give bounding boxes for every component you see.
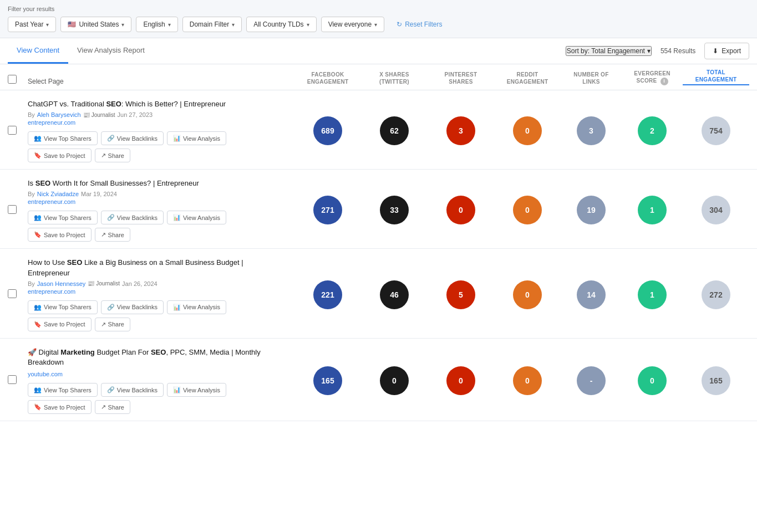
metric-xshares-circle: 62 bbox=[380, 116, 409, 145]
article-title: Is SEO Worth It for Small Businesses? | … bbox=[28, 178, 286, 188]
action-view-analysis-button[interactable]: 📊 View Analysis bbox=[167, 131, 226, 145]
filter-tld[interactable]: All Country TLDs ▾ bbox=[246, 17, 316, 32]
article-domain: entrepreneur.com bbox=[28, 288, 286, 295]
filter-domain-label: Domain Filter bbox=[190, 21, 229, 28]
metric-facebook-circle: 271 bbox=[313, 196, 342, 224]
article-info: Is SEO Worth It for Small Businesses? | … bbox=[28, 178, 294, 242]
filter-time[interactable]: Past Year ▾ bbox=[8, 17, 56, 32]
filter-audience[interactable]: View everyone ▾ bbox=[321, 17, 385, 32]
action-share-button[interactable]: ↗ Share bbox=[95, 318, 130, 331]
metric-reddit-circle: 0 bbox=[513, 366, 542, 395]
action-buttons: 👥 View Top Sharers🔗 View Backlinks📊 View… bbox=[28, 300, 286, 331]
select-all-checkbox[interactable] bbox=[8, 75, 17, 84]
action-view-analysis-button[interactable]: 📊 View Analysis bbox=[167, 300, 226, 314]
export-button[interactable]: ⬇ Export bbox=[704, 43, 749, 59]
main-tabs: View Content View Analysis Report bbox=[8, 38, 154, 64]
action-view-backlinks-button[interactable]: 🔗 View Backlinks bbox=[101, 211, 164, 224]
filter-language[interactable]: English ▾ bbox=[136, 17, 177, 32]
action-save-to-project-button[interactable]: 🔖 Save to Project bbox=[28, 318, 92, 331]
col-header-evergreen: EVERGREENSCORE i bbox=[622, 70, 683, 85]
author-link[interactable]: Jason Hennessey bbox=[37, 280, 85, 287]
action-view-top-sharers-button[interactable]: 👥 View Top Sharers bbox=[28, 211, 98, 224]
metric-reddit-cell: 0 bbox=[494, 280, 561, 309]
export-label: Export bbox=[722, 47, 741, 55]
refresh-icon: ↻ bbox=[397, 21, 402, 28]
metric-xshares-cell: 46 bbox=[361, 280, 428, 309]
metric-links-cell: - bbox=[561, 366, 622, 395]
col-header-reddit: REDDITENGAGEMENT bbox=[494, 71, 561, 85]
article-info: ChatGPT vs. Traditional SEO: Which is Be… bbox=[28, 99, 294, 162]
metric-pinterest-cell: 0 bbox=[428, 196, 494, 224]
action-save-to-project-button[interactable]: 🔖 Save to Project bbox=[28, 149, 92, 162]
table-row: How to Use SEO Like a Big Business on a … bbox=[0, 249, 757, 338]
filter-country[interactable]: 🇺🇸 United States ▾ bbox=[60, 17, 131, 32]
author-link[interactable]: Nick Zviadadze bbox=[37, 191, 79, 197]
action-view-analysis-button[interactable]: 📊 View Analysis bbox=[167, 383, 226, 397]
tab-view-content[interactable]: View Content bbox=[8, 38, 68, 64]
article-meta: By Aleh Barysevich 📰 Journalist Jun 27, … bbox=[28, 111, 286, 118]
article-domain: entrepreneur.com bbox=[28, 119, 286, 126]
chevron-down-icon: ▾ bbox=[307, 22, 309, 28]
share-icon: ↗ bbox=[101, 152, 106, 159]
metric-evergreen-circle: 1 bbox=[638, 196, 667, 224]
view-top-sharers-icon: 👥 bbox=[34, 304, 42, 311]
metric-facebook-cell: 165 bbox=[294, 366, 361, 395]
view-top-sharers-icon: 👥 bbox=[34, 386, 42, 393]
article-date: Mar 19, 2024 bbox=[81, 191, 117, 197]
col-header-xshares: X SHARES(TWITTER) bbox=[361, 71, 428, 85]
article-link[interactable]: 🚀 Digital Marketing Budget Plan For SEO,… bbox=[28, 348, 261, 366]
metric-xshares-circle: 33 bbox=[380, 196, 409, 224]
action-save-to-project-button[interactable]: 🔖 Save to Project bbox=[28, 400, 92, 414]
tab-view-analysis[interactable]: View Analysis Report bbox=[68, 38, 154, 64]
action-view-backlinks-button[interactable]: 🔗 View Backlinks bbox=[101, 300, 164, 314]
metric-facebook-circle: 165 bbox=[313, 366, 342, 395]
chevron-down-icon: ▾ bbox=[46, 22, 49, 28]
action-share-button[interactable]: ↗ Share bbox=[95, 400, 130, 414]
action-view-analysis-button[interactable]: 📊 View Analysis bbox=[167, 211, 226, 224]
action-view-backlinks-button[interactable]: 🔗 View Backlinks bbox=[101, 383, 164, 397]
filter-label: Filter your results bbox=[8, 6, 749, 12]
article-link[interactable]: Is SEO Worth It for Small Businesses? | … bbox=[28, 179, 199, 187]
article-meta: By Jason Hennessey 📰 Journalist Jan 26, … bbox=[28, 280, 286, 287]
action-view-top-sharers-button[interactable]: 👥 View Top Sharers bbox=[28, 131, 98, 145]
row-checkbox-0[interactable] bbox=[8, 126, 17, 135]
sort-button[interactable]: Sort by: Total Engagement ▾ bbox=[566, 46, 652, 56]
row-checkbox-3[interactable] bbox=[8, 375, 17, 384]
col-header-links: NUMBER OFLINKS bbox=[561, 71, 622, 85]
action-buttons: 👥 View Top Sharers🔗 View Backlinks📊 View… bbox=[28, 211, 286, 242]
article-link[interactable]: How to Use SEO Like a Big Business on a … bbox=[28, 258, 243, 277]
metric-total-cell: 304 bbox=[683, 196, 749, 224]
article-title: How to Use SEO Like a Big Business on a … bbox=[28, 258, 286, 278]
info-icon[interactable]: i bbox=[661, 78, 668, 85]
tabs-bar: View Content View Analysis Report Sort b… bbox=[0, 38, 757, 64]
article-link[interactable]: ChatGPT vs. Traditional SEO: Which is Be… bbox=[28, 100, 226, 108]
action-share-button[interactable]: ↗ Share bbox=[95, 228, 130, 242]
download-icon: ⬇ bbox=[713, 47, 718, 55]
metric-evergreen-cell: 1 bbox=[622, 196, 683, 224]
action-view-backlinks-button[interactable]: 🔗 View Backlinks bbox=[101, 131, 164, 145]
metric-xshares-circle: 0 bbox=[380, 366, 409, 395]
row-checkbox-cell bbox=[8, 375, 28, 386]
action-view-top-sharers-button[interactable]: 👥 View Top Sharers bbox=[28, 383, 98, 397]
toolbar-right: Sort by: Total Engagement ▾ 554 Results … bbox=[566, 43, 749, 59]
action-view-top-sharers-button[interactable]: 👥 View Top Sharers bbox=[28, 300, 98, 314]
author-link[interactable]: Aleh Barysevich bbox=[37, 111, 81, 118]
article-domain: entrepreneur.com bbox=[28, 198, 286, 205]
metric-evergreen-cell: 1 bbox=[622, 280, 683, 309]
metric-facebook-cell: 221 bbox=[294, 280, 361, 309]
article-info: How to Use SEO Like a Big Business on a … bbox=[28, 258, 294, 331]
row-checkbox-cell bbox=[8, 289, 28, 300]
view-analysis-icon: 📊 bbox=[173, 135, 181, 142]
reset-filters-button[interactable]: ↻ Reset Filters bbox=[391, 17, 448, 32]
filter-domain[interactable]: Domain Filter ▾ bbox=[182, 17, 242, 32]
row-checkbox-2[interactable] bbox=[8, 289, 17, 298]
action-save-to-project-button[interactable]: 🔖 Save to Project bbox=[28, 228, 92, 242]
metric-total-circle: 754 bbox=[702, 116, 730, 145]
view-analysis-icon: 📊 bbox=[173, 386, 181, 393]
metric-facebook-cell: 689 bbox=[294, 116, 361, 145]
row-checkbox-1[interactable] bbox=[8, 205, 17, 214]
action-share-button[interactable]: ↗ Share bbox=[95, 149, 130, 162]
select-page-label: Select Page bbox=[28, 78, 64, 85]
filter-country-label: United States bbox=[79, 21, 119, 28]
table-row: Is SEO Worth It for Small Businesses? | … bbox=[0, 170, 757, 249]
